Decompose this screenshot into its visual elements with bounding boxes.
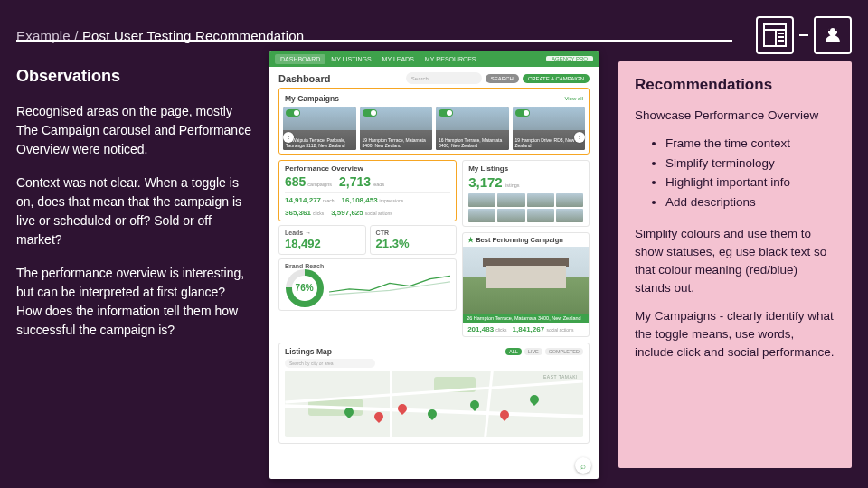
recommendations-p3: My Campaigns - clearly identify what the… <box>635 307 835 362</box>
nav-item[interactable]: MY LISTINGS <box>326 56 376 62</box>
kpi-clicks: 365,361clicks <box>285 209 324 217</box>
observations-panel: Observations Recognised areas on the pag… <box>16 67 253 354</box>
kpi-reach: 14,914,277reach <box>285 196 335 204</box>
map-pin-icon[interactable] <box>396 402 409 415</box>
zoom-fab-icon[interactable]: ⌕ <box>575 457 591 474</box>
kpi-impressions: 16,108,453impressions <box>342 196 404 204</box>
search-button[interactable]: SEARCH <box>486 74 519 83</box>
carousel-prev-icon[interactable]: ‹ <box>283 132 294 143</box>
kpi-social: 3,597,625social actions <box>331 209 392 217</box>
my-listings-card: My Listings 3,172listings <box>462 160 590 227</box>
campaign-card[interactable]: 16 Waipuia Terrace, Parkvale, Tauranga 3… <box>283 107 356 150</box>
app-topnav: DASHBOARD MY LISTINGS MY LEADS MY RESOUR… <box>269 51 599 67</box>
campaign-toggle[interactable] <box>515 109 530 117</box>
observations-p2: Context was not clear. When a toggle is … <box>16 174 253 249</box>
rec-bullet: Frame the time context <box>665 134 835 154</box>
app-screenshot: DASHBOARD MY LISTINGS MY LEADS MY RESOUR… <box>269 51 599 479</box>
campaign-toggle[interactable] <box>363 109 377 117</box>
campaign-card[interactable]: 19 Hampton Drive, RD3, New Zealand <box>513 107 586 150</box>
rec-bullet: Add descriptions <box>665 192 835 212</box>
rec-bullet: Highlight important info <box>665 173 835 192</box>
map-filter-live[interactable]: LIVE <box>524 348 542 355</box>
dashboard-header: Dashboard Search... SEARCH CREATE A CAMP… <box>269 67 599 88</box>
map-canvas[interactable]: EAST TAMAKI <box>285 371 583 437</box>
create-campaign-button[interactable]: CREATE A CAMPAIGN <box>523 74 590 83</box>
star-icon: ★ <box>467 236 474 244</box>
map-filter-all[interactable]: ALL <box>505 348 522 355</box>
wireframe-icon <box>756 16 794 54</box>
map-filter-completed[interactable]: COMPLETED <box>545 348 583 355</box>
recommendations-panel: Recommendations Showcase Performance Ove… <box>618 61 852 468</box>
recommendations-title: Recommendations <box>635 76 835 94</box>
kpi-campaigns: 685campaigns <box>285 174 332 189</box>
campaign-toggle[interactable] <box>439 109 453 117</box>
nav-item[interactable]: DASHBOARD <box>275 54 326 64</box>
search-input[interactable]: Search... <box>406 72 482 84</box>
section-title: My Campaigns <box>285 94 339 103</box>
rec-bullet: Simplify terminology <box>665 154 835 174</box>
map-pin-icon[interactable] <box>528 393 541 406</box>
observations-p3: The performance overview is interesting,… <box>16 264 253 340</box>
donut-chart-icon: 76% <box>286 269 324 307</box>
page-title: Dashboard <box>278 73 330 84</box>
leads-card: Leads → 18,492 <box>278 225 366 255</box>
listings-map-card: Listings Map ALL LIVE COMPLETED Search b… <box>278 343 590 444</box>
brand-reach-card: Brand Reach 76% <box>278 258 457 311</box>
best-campaign-image <box>463 247 589 314</box>
my-campaigns-section: My CampaignsView all 16 Waipuia Terrace,… <box>278 88 590 155</box>
connector-line <box>799 34 808 36</box>
carousel-next-icon[interactable]: › <box>574 132 585 143</box>
performance-overview-card: Performance Overview 685campaigns 2,713l… <box>278 160 457 221</box>
best-clicks: 201,483 clicks <box>467 325 506 333</box>
recommendations-list: Frame the time context Simplify terminol… <box>635 134 835 211</box>
map-pin-icon[interactable] <box>498 408 511 421</box>
view-all-link[interactable]: View all <box>564 96 583 101</box>
plan-badge: AGENCY PRO <box>546 56 593 61</box>
sparkline-icon <box>329 270 450 299</box>
map-pin-icon[interactable] <box>468 398 481 410</box>
map-search-input[interactable]: Search by city or area <box>285 359 375 368</box>
header-icons <box>756 16 852 54</box>
persona-icon <box>814 16 852 54</box>
header: Example / Post User Testing Recommendati… <box>16 16 852 54</box>
listing-thumbnails <box>468 193 583 222</box>
observations-title: Observations <box>16 67 253 86</box>
nav-item[interactable]: MY LEADS <box>377 56 420 62</box>
ctr-card: CTR 21.3% <box>370 225 458 255</box>
kpi-leads: 2,713leads <box>339 174 384 189</box>
best-social: 1,841,267 social actions <box>513 325 574 333</box>
map-area-label: EAST TAMAKI <box>543 374 578 380</box>
header-rule <box>16 40 732 42</box>
recommendations-lead: Showcase Performance Overview <box>635 107 835 125</box>
map-pin-icon[interactable] <box>373 410 385 423</box>
nav-item[interactable]: MY RESOURCES <box>420 56 482 62</box>
campaign-toggle[interactable] <box>286 109 300 117</box>
section-title: Performance Overview <box>285 164 450 173</box>
campaign-card[interactable]: 19 Hampton Terrace, Matamata 3400, New Z… <box>360 107 433 150</box>
recommendations-p2: Simplify colours and use them to show st… <box>635 225 835 298</box>
campaign-card[interactable]: 16 Hampton Terrace, Matamata 3400, New Z… <box>436 107 509 150</box>
best-performing-card: ★Best Performing Campaign 26 Hampton Ter… <box>462 232 590 337</box>
observations-p1: Recognised areas on the page, mostly The… <box>16 102 253 159</box>
